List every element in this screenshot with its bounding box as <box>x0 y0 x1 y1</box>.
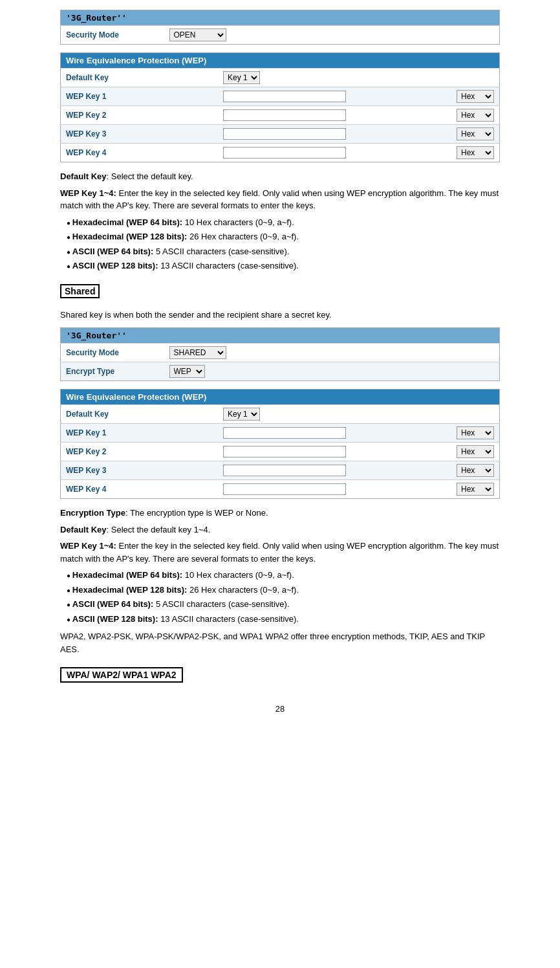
shared-wep-key2-input-cell[interactable] <box>218 443 421 461</box>
shared-wep-table: Wire Equivalence Protection (WEP) Defaul… <box>60 389 500 499</box>
shared-wep-key3-hex-cell[interactable]: Hex ASCII <box>421 461 500 480</box>
shared-security-mode-field[interactable]: OPEN SHARED WPA WPA2 WPA-PSK WPA2-PSK <box>164 344 294 362</box>
shared-intro-section: Shared key is when both the sender and t… <box>60 309 500 322</box>
open-security-mode-row: Security Mode OPEN SHARED WPA WPA2 WPA-P… <box>61 26 500 45</box>
open-wep-key-desc: WEP Key 1~4: Enter the key in the select… <box>60 187 500 212</box>
content-area: '3G_Router'' Security Mode OPEN SHARED W… <box>57 6 503 691</box>
shared-wep-key3-format-select[interactable]: Hex ASCII <box>457 464 494 477</box>
open-wep-key3-row: WEP Key 3 Hex ASCII <box>61 125 500 144</box>
shared-default-key-empty <box>421 405 500 424</box>
shared-default-key-desc-text: : Select the default key 1~4. <box>107 525 211 534</box>
shared-router-name: '3G_Router'' <box>66 331 127 340</box>
open-wep-key3-hex-cell[interactable]: Hex ASCII <box>421 125 500 144</box>
open-default-key-desc-title: Default Key <box>60 171 107 181</box>
shared-desc-section: Encryption Type: The encryption type is … <box>60 507 500 655</box>
shared-wep-key4-format-select[interactable]: Hex ASCII <box>457 483 494 496</box>
open-wep-key3-input[interactable] <box>223 128 346 140</box>
shared-wep-key3-input-cell[interactable] <box>218 461 421 480</box>
shared-wep-key4-hex-cell[interactable]: Hex ASCII <box>421 480 500 499</box>
open-wep-key1-row: WEP Key 1 Hex ASCII <box>61 87 500 106</box>
shared-wep-key4-label: WEP Key 4 <box>61 480 219 499</box>
open-default-key-empty <box>421 69 500 87</box>
page-number: 28 <box>275 704 285 720</box>
shared-encrypt-type-select[interactable]: WEP None <box>169 365 205 378</box>
shared-wep-key3-row: WEP Key 3 Hex ASCII <box>61 461 500 480</box>
shared-default-key-label: Default Key <box>61 405 219 424</box>
shared-security-mode-empty <box>294 344 500 362</box>
open-wep-key4-label: WEP Key 4 <box>61 144 219 162</box>
open-wep-key3-label: WEP Key 3 <box>61 125 219 144</box>
open-wep-key2-input[interactable] <box>223 109 346 121</box>
open-wep-key3-input-cell[interactable] <box>218 125 421 144</box>
shared-wep-key-desc-text: Enter the key in the selected key field.… <box>60 541 499 564</box>
shared-wep-key-desc-title: WEP Key 1~4: <box>60 541 116 551</box>
shared-wep-key1-format-select[interactable]: Hex ASCII <box>457 426 494 439</box>
open-desc-section: Default Key: Select the default key. WEP… <box>60 170 500 272</box>
shared-wep-key1-label: WEP Key 1 <box>61 424 219 443</box>
shared-default-key-field[interactable]: Key 1 Key 2 Key 3 Key 4 <box>218 405 421 424</box>
open-wep-key4-hex-cell[interactable]: Hex ASCII <box>421 144 500 162</box>
shared-bullets-list: Hexadecimal (WEP 64 bits): 10 Hex charac… <box>60 569 500 625</box>
open-router-table: '3G_Router'' Security Mode OPEN SHARED W… <box>60 10 500 45</box>
open-wep-key3-format-select[interactable]: Hex ASCII <box>457 127 494 140</box>
shared-wep-key2-label: WEP Key 2 <box>61 443 219 461</box>
shared-bullet-3: ASCII (WEP 64 bits): 5 ASCII characters … <box>67 598 500 611</box>
open-security-mode-field[interactable]: OPEN SHARED WPA WPA2 WPA-PSK WPA2-PSK <box>164 26 294 45</box>
open-wep-key4-input[interactable] <box>223 147 346 159</box>
shared-router-table: '3G_Router'' Security Mode OPEN SHARED W… <box>60 327 500 381</box>
shared-wep-key3-label: WEP Key 3 <box>61 461 219 480</box>
shared-wep-key2-row: WEP Key 2 Hex ASCII <box>61 443 500 461</box>
shared-encrypt-type-desc-title: Encryption Type <box>60 508 125 518</box>
shared-encrypt-type-label: Encrypt Type <box>61 362 164 381</box>
open-wep-key1-format-select[interactable]: Hex ASCII <box>457 90 494 103</box>
open-wep-key2-label: WEP Key 2 <box>61 106 219 125</box>
wpa-intro-content: WPA2, WPA2-PSK, WPA-PSK/WPA2-PSK, and WP… <box>60 632 485 654</box>
open-default-key-field[interactable]: Key 1 Key 2 Key 3 Key 4 <box>218 69 421 87</box>
shared-wep-key2-input[interactable] <box>223 446 346 457</box>
open-wep-key1-input[interactable] <box>223 91 346 102</box>
open-bullet-3: ASCII (WEP 64 bits): 5 ASCII characters … <box>67 245 500 258</box>
open-wep-table: Wire Equivalence Protection (WEP) Defaul… <box>60 52 500 162</box>
shared-security-mode-select[interactable]: OPEN SHARED WPA WPA2 WPA-PSK WPA2-PSK <box>169 346 226 359</box>
open-default-key-select[interactable]: Key 1 Key 2 Key 3 Key 4 <box>223 71 260 84</box>
shared-intro-text: Shared key is when both the sender and t… <box>60 309 500 322</box>
open-wep-key2-row: WEP Key 2 Hex ASCII <box>61 106 500 125</box>
shared-encrypt-type-field[interactable]: WEP None <box>164 362 294 381</box>
shared-wep-key4-input-cell[interactable] <box>218 480 421 499</box>
shared-bullet-1: Hexadecimal (WEP 64 bits): 10 Hex charac… <box>67 569 500 582</box>
shared-wep-key2-hex-cell[interactable]: Hex ASCII <box>421 443 500 461</box>
shared-wep-key4-input[interactable] <box>223 483 346 495</box>
shared-default-key-row: Default Key Key 1 Key 2 Key 3 Key 4 <box>61 405 500 424</box>
page-number-value: 28 <box>275 704 285 714</box>
open-wep-key-desc-text: Enter the key in the selected key field.… <box>60 188 499 211</box>
shared-wep-key3-input[interactable] <box>223 465 346 476</box>
open-wep-key2-format-select[interactable]: Hex ASCII <box>457 109 494 122</box>
open-security-mode-label: Security Mode <box>61 26 164 45</box>
open-wep-key2-input-cell[interactable] <box>218 106 421 125</box>
shared-security-mode-row: Security Mode OPEN SHARED WPA WPA2 WPA-P… <box>61 344 500 362</box>
shared-wep-key4-row: WEP Key 4 Hex ASCII <box>61 480 500 499</box>
open-wep-key1-hex-cell[interactable]: Hex ASCII <box>421 87 500 106</box>
open-default-key-desc: Default Key: Select the default key. <box>60 170 500 183</box>
shared-encrypt-type-empty <box>294 362 500 381</box>
open-wep-key4-input-cell[interactable] <box>218 144 421 162</box>
shared-wep-key2-format-select[interactable]: Hex ASCII <box>457 445 494 458</box>
open-security-mode-select[interactable]: OPEN SHARED WPA WPA2 WPA-PSK WPA2-PSK <box>169 28 226 41</box>
open-bullets-list: Hexadecimal (WEP 64 bits): 10 Hex charac… <box>60 216 500 272</box>
wpa-intro-text: WPA2, WPA2-PSK, WPA-PSK/WPA2-PSK, and WP… <box>60 630 500 655</box>
shared-wep-key1-input-cell[interactable] <box>218 424 421 443</box>
shared-wep-key1-hex-cell[interactable]: Hex ASCII <box>421 424 500 443</box>
shared-encrypt-type-desc: Encryption Type: The encryption type is … <box>60 507 500 520</box>
shared-wep-key1-row: WEP Key 1 Hex ASCII <box>61 424 500 443</box>
open-wep-key2-hex-cell[interactable]: Hex ASCII <box>421 106 500 125</box>
shared-bullet-4: ASCII (WEP 128 bits): 13 ASCII character… <box>67 613 500 626</box>
open-wep-key4-format-select[interactable]: Hex ASCII <box>457 146 494 159</box>
open-bullet-4: ASCII (WEP 128 bits): 13 ASCII character… <box>67 259 500 272</box>
shared-security-mode-label: Security Mode <box>61 344 164 362</box>
open-default-key-row: Default Key Key 1 Key 2 Key 3 Key 4 <box>61 69 500 87</box>
wpa-box-label: WPA/ WAP2/ WPA1 WPA2 <box>60 667 183 683</box>
shared-bullet-2: Hexadecimal (WEP 128 bits): 26 Hex chara… <box>67 584 500 597</box>
shared-default-key-select[interactable]: Key 1 Key 2 Key 3 Key 4 <box>223 408 260 421</box>
shared-wep-key1-input[interactable] <box>223 427 346 439</box>
open-wep-key1-input-cell[interactable] <box>218 87 421 106</box>
